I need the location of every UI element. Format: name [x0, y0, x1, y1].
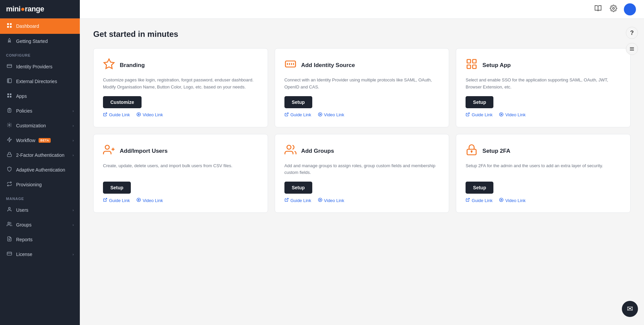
play-icon — [137, 198, 141, 203]
svg-point-52 — [471, 151, 472, 152]
video-link[interactable]: Video Link — [499, 198, 525, 203]
logo-prefix: mini — [6, 5, 20, 13]
card-links: Guide Link Video Link — [466, 198, 621, 203]
guide-link[interactable]: Guide Link — [466, 198, 492, 203]
sidebar-item-identity-providers[interactable]: Identity Providers — [0, 59, 80, 74]
svg-rect-3 — [10, 26, 12, 28]
card-title: Add Groups — [301, 148, 334, 154]
card-title: Add Identity Source — [301, 62, 355, 69]
sidebar-item-2fa[interactable]: 2-Factor Authentication › — [0, 148, 80, 162]
workflow-icon — [6, 137, 13, 144]
sidebar-item-label: Dashboard — [16, 23, 39, 29]
setup-button[interactable]: Setup — [466, 182, 493, 194]
svg-marker-13 — [7, 137, 11, 142]
sidebar-item-adaptive-auth[interactable]: Adaptive Authentication — [0, 162, 80, 177]
chevron-right-icon: › — [72, 138, 74, 142]
sidebar-item-groups[interactable]: Groups › — [0, 217, 80, 232]
branding-icon — [103, 58, 115, 73]
card-identity-source: Add Identity Source Connect with an Iden… — [275, 48, 449, 127]
video-link[interactable]: Video Link — [499, 112, 525, 118]
logo-suffix: range — [25, 5, 44, 13]
cards-grid: Branding Customize pages like login, reg… — [93, 48, 631, 213]
sidebar-item-license[interactable]: License › — [0, 247, 80, 262]
svg-marker-39 — [501, 114, 502, 115]
video-link-label: Video Link — [324, 198, 344, 203]
card-setup-2fa: Setup 2FA Setup 2FA for the admin and th… — [456, 134, 631, 213]
guide-link[interactable]: Guide Link — [284, 198, 311, 203]
sidebar-item-policies[interactable]: Policies › — [0, 104, 80, 118]
sidebar-item-customization[interactable]: Customization › — [0, 118, 80, 133]
card-add-users: Add/Import Users Create, update, delete … — [93, 134, 268, 213]
video-link[interactable]: Video Link — [318, 112, 344, 118]
card-description: Customize pages like login, registration… — [103, 77, 258, 91]
sidebar-item-users[interactable]: Users › — [0, 203, 80, 217]
video-link[interactable]: Video Link — [137, 112, 163, 118]
sidebar-item-apps[interactable]: Apps — [0, 89, 80, 104]
sidebar-item-external-directories[interactable]: External Directories — [0, 74, 80, 89]
svg-line-30 — [286, 113, 288, 115]
svg-rect-8 — [10, 93, 11, 95]
svg-point-4 — [9, 41, 10, 42]
svg-line-43 — [105, 198, 107, 200]
help-button[interactable]: ? — [626, 27, 638, 39]
user-avatar[interactable] — [624, 3, 636, 15]
card-description: Select and enable SSO for the applicatio… — [466, 77, 621, 91]
logo-icon: ● — [20, 5, 25, 13]
logo: mini●range — [0, 0, 80, 18]
card-header: Setup 2FA — [466, 144, 621, 158]
main-content: Get started in minutes Branding Customiz… — [80, 0, 644, 325]
setup-button[interactable]: Setup — [466, 96, 493, 108]
menu-button[interactable] — [626, 43, 638, 55]
gear-icon[interactable] — [608, 3, 619, 15]
setup-button[interactable]: Setup — [284, 96, 312, 108]
play-icon — [318, 198, 322, 203]
card-header: Add/Import Users — [103, 144, 258, 158]
sidebar-item-dashboard[interactable]: Dashboard — [0, 18, 80, 34]
svg-point-54 — [500, 198, 503, 202]
guide-link[interactable]: Guide Link — [466, 112, 492, 118]
svg-rect-6 — [7, 79, 11, 83]
svg-rect-33 — [467, 60, 471, 63]
setup-button[interactable]: Setup — [103, 182, 131, 194]
dashboard-icon — [6, 22, 13, 30]
guide-link-label: Guide Link — [290, 198, 311, 203]
sidebar-item-getting-started[interactable]: Getting Started — [0, 34, 80, 49]
svg-point-20 — [612, 7, 614, 9]
chevron-right-icon: › — [72, 153, 74, 157]
setup-button[interactable]: Setup — [284, 182, 312, 194]
svg-point-40 — [105, 145, 109, 149]
guide-link-label: Guide Link — [472, 198, 492, 203]
video-link-label: Video Link — [143, 198, 163, 203]
svg-rect-10 — [10, 96, 11, 97]
guide-link[interactable]: Guide Link — [103, 198, 130, 203]
video-link-label: Video Link — [505, 112, 525, 117]
sidebar-item-workflow[interactable]: Workflow BETA › — [0, 133, 80, 148]
play-icon — [137, 112, 141, 118]
sidebar-item-label: Apps — [16, 93, 27, 99]
configure-section-label: Configure — [0, 49, 80, 59]
guide-link[interactable]: Guide Link — [103, 112, 130, 118]
play-icon — [318, 112, 322, 118]
sidebar-item-label: 2-Factor Authentication — [16, 152, 64, 158]
external-link-icon — [466, 112, 470, 118]
customize-button[interactable]: Customize — [103, 96, 142, 108]
guide-link-label: Guide Link — [472, 112, 492, 117]
chat-button[interactable]: ✉ — [622, 301, 638, 317]
sidebar-item-provisioning[interactable]: Provisioning — [0, 177, 80, 192]
page-title: Get started in minutes — [93, 29, 631, 39]
apps-icon — [6, 93, 13, 100]
guide-link-label: Guide Link — [109, 198, 130, 203]
video-link[interactable]: Video Link — [137, 198, 163, 203]
svg-marker-32 — [320, 114, 321, 115]
chevron-right-icon: › — [72, 124, 74, 128]
card-links: Guide Link Video Link — [103, 112, 258, 118]
svg-point-12 — [9, 124, 10, 126]
sidebar-item-label: Users — [16, 207, 29, 213]
svg-rect-9 — [7, 96, 9, 97]
guide-link[interactable]: Guide Link — [284, 112, 311, 118]
video-link[interactable]: Video Link — [318, 198, 344, 203]
sidebar-item-reports[interactable]: Reports — [0, 232, 80, 247]
reports-icon — [6, 236, 13, 243]
svg-marker-21 — [104, 59, 114, 69]
book-icon[interactable] — [593, 3, 603, 15]
